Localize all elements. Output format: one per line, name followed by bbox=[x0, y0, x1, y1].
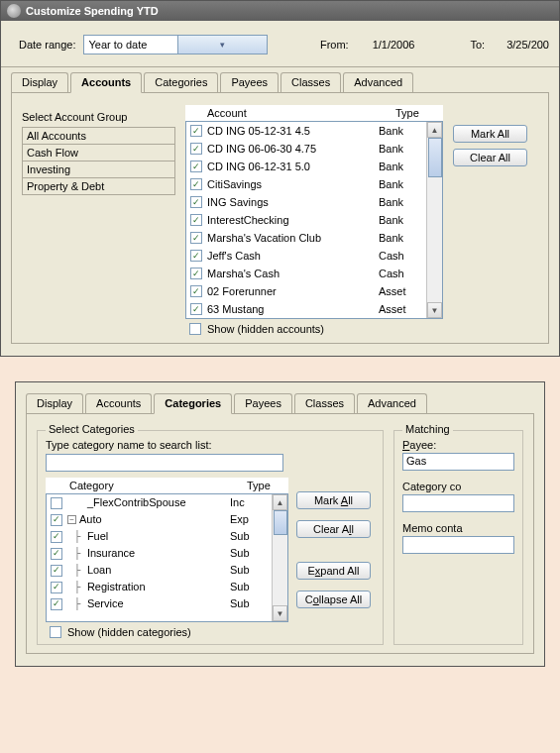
account-name: 63 Mustang bbox=[207, 301, 379, 317]
category-name: Registration bbox=[87, 580, 230, 594]
category-name: Auto bbox=[79, 512, 230, 527]
account-checkbox[interactable] bbox=[190, 214, 202, 226]
category-row[interactable]: ├ InsuranceSub bbox=[47, 545, 272, 562]
category-row[interactable]: ├ FuelSub bbox=[47, 528, 272, 545]
account-checkbox[interactable] bbox=[190, 178, 202, 190]
select-categories-legend: Select Categories bbox=[46, 423, 138, 435]
account-row[interactable]: CD ING 06-12-31 5.0Bank bbox=[186, 158, 426, 175]
account-row[interactable]: Marsha's Vacation ClubBank bbox=[186, 229, 426, 247]
account-checkbox[interactable] bbox=[190, 143, 202, 155]
account-group-section: Select Account Group All Accounts Cash F… bbox=[22, 105, 175, 195]
memo-contains-input[interactable] bbox=[402, 536, 514, 554]
account-row[interactable]: CD ING 06-06-30 4.75Bank bbox=[186, 140, 426, 158]
scroll-down-icon[interactable]: ▼ bbox=[427, 302, 442, 318]
account-checkbox[interactable] bbox=[190, 196, 202, 208]
group-all-accounts[interactable]: All Accounts bbox=[23, 128, 174, 145]
expand-all-button[interactable]: Expand All bbox=[296, 562, 371, 580]
accounts-scrollbar[interactable]: ▲ ▼ bbox=[426, 122, 442, 318]
categories-tab-body: Select Categories Type category name to … bbox=[26, 413, 534, 654]
category-checkbox[interactable] bbox=[51, 582, 62, 593]
group-cash-flow[interactable]: Cash Flow bbox=[23, 145, 174, 161]
account-type: Cash bbox=[379, 266, 426, 281]
account-name: Marsha's Cash bbox=[207, 266, 379, 281]
tab2-advanced[interactable]: Advanced bbox=[357, 393, 427, 414]
tab2-payees[interactable]: Payees bbox=[234, 393, 292, 414]
category-row[interactable]: _FlexContribSpouseInc bbox=[47, 494, 272, 511]
tab2-accounts[interactable]: Accounts bbox=[85, 393, 152, 414]
tree-expander-icon[interactable]: − bbox=[67, 515, 76, 524]
account-row[interactable]: 02 ForerunnerAsset bbox=[186, 282, 426, 300]
tab2-categories[interactable]: Categories bbox=[154, 393, 232, 414]
scroll-thumb[interactable] bbox=[274, 510, 287, 535]
tab-display[interactable]: Display bbox=[11, 72, 68, 93]
category-checkbox[interactable] bbox=[51, 514, 62, 526]
chevron-down-icon[interactable] bbox=[177, 36, 267, 54]
account-row[interactable]: CitiSavingsBank bbox=[186, 175, 426, 193]
tab-advanced[interactable]: Advanced bbox=[343, 72, 413, 93]
account-type: Bank bbox=[379, 176, 426, 192]
account-type: Asset bbox=[379, 301, 426, 317]
tab2-classes[interactable]: Classes bbox=[294, 393, 355, 414]
cat-clear-all-button[interactable]: Clear All bbox=[296, 520, 371, 538]
clear-all-button[interactable]: Clear All bbox=[453, 149, 527, 166]
accounts-tab-body: Select Account Group All Accounts Cash F… bbox=[11, 92, 549, 344]
scroll-track[interactable] bbox=[273, 510, 287, 605]
account-checkbox[interactable] bbox=[190, 161, 202, 172]
collapse-all-button[interactable]: Collapse All bbox=[296, 591, 371, 608]
account-checkbox[interactable] bbox=[190, 303, 202, 315]
account-name: CD ING 05-12-31 4.5 bbox=[207, 123, 379, 139]
category-checkbox[interactable] bbox=[51, 548, 62, 560]
tab-accounts[interactable]: Accounts bbox=[70, 72, 142, 93]
category-checkbox[interactable] bbox=[51, 497, 62, 509]
account-row[interactable]: 63 MustangAsset bbox=[186, 300, 426, 318]
account-checkbox[interactable] bbox=[190, 250, 202, 262]
account-checkbox[interactable] bbox=[190, 285, 202, 297]
payee-input[interactable]: Gas bbox=[402, 453, 514, 471]
category-checkbox[interactable] bbox=[51, 565, 62, 577]
account-row[interactable]: Jeff's CashCash bbox=[186, 247, 426, 265]
scroll-up-icon[interactable]: ▲ bbox=[273, 494, 287, 510]
account-checkbox[interactable] bbox=[190, 268, 202, 279]
tab-categories[interactable]: Categories bbox=[144, 72, 218, 93]
account-row[interactable]: ING SavingsBank bbox=[186, 193, 426, 211]
show-hidden-accounts-row: Show (hidden accounts) bbox=[185, 319, 443, 335]
scroll-up-icon[interactable]: ▲ bbox=[427, 122, 442, 138]
group-investing[interactable]: Investing bbox=[23, 161, 174, 178]
categories-scrollbar[interactable]: ▲ ▼ bbox=[272, 494, 287, 621]
category-row[interactable]: ├ RegistrationSub bbox=[47, 579, 272, 595]
scroll-track[interactable] bbox=[427, 138, 442, 302]
category-row[interactable]: −AutoExp bbox=[47, 511, 272, 528]
group-property-debt[interactable]: Property & Debt bbox=[23, 178, 174, 194]
category-checkbox[interactable] bbox=[51, 598, 62, 610]
to-label: To: bbox=[470, 39, 485, 51]
tab2-display[interactable]: Display bbox=[26, 393, 83, 414]
category-type: Inc bbox=[230, 495, 272, 510]
category-row[interactable]: ├ LoanSub bbox=[47, 562, 272, 579]
category-row[interactable]: ├ ServiceSub bbox=[47, 595, 272, 612]
account-checkbox[interactable] bbox=[190, 125, 202, 137]
category-search-input[interactable] bbox=[46, 454, 283, 472]
col-category: Category bbox=[69, 480, 247, 491]
scroll-thumb[interactable] bbox=[428, 138, 442, 177]
account-checkbox[interactable] bbox=[190, 232, 202, 244]
col-type: Type bbox=[395, 107, 443, 119]
category-checkbox[interactable] bbox=[51, 531, 62, 543]
tab-payees[interactable]: Payees bbox=[220, 72, 279, 93]
show-hidden-categories-checkbox[interactable] bbox=[50, 626, 61, 638]
tab-classes[interactable]: Classes bbox=[280, 72, 341, 93]
scroll-down-icon[interactable]: ▼ bbox=[273, 605, 287, 621]
category-contains-input[interactable] bbox=[402, 494, 514, 512]
titlebar[interactable]: Customize Spending YTD bbox=[1, 1, 559, 21]
account-row[interactable]: CD ING 05-12-31 4.5Bank bbox=[186, 122, 426, 140]
category-name: Service bbox=[87, 596, 230, 611]
account-type: Bank bbox=[379, 230, 426, 246]
account-row[interactable]: InterestCheckingBank bbox=[186, 211, 426, 229]
date-range-combo[interactable]: Year to date bbox=[83, 35, 268, 54]
account-type: Asset bbox=[379, 283, 426, 299]
window-title: Customize Spending YTD bbox=[26, 5, 159, 17]
mark-all-button[interactable]: Mark All bbox=[453, 125, 527, 143]
category-type: Exp bbox=[230, 512, 272, 527]
show-hidden-accounts-checkbox[interactable] bbox=[189, 323, 201, 335]
account-row[interactable]: Marsha's CashCash bbox=[186, 265, 426, 282]
cat-mark-all-button[interactable]: Mark All bbox=[296, 491, 371, 509]
